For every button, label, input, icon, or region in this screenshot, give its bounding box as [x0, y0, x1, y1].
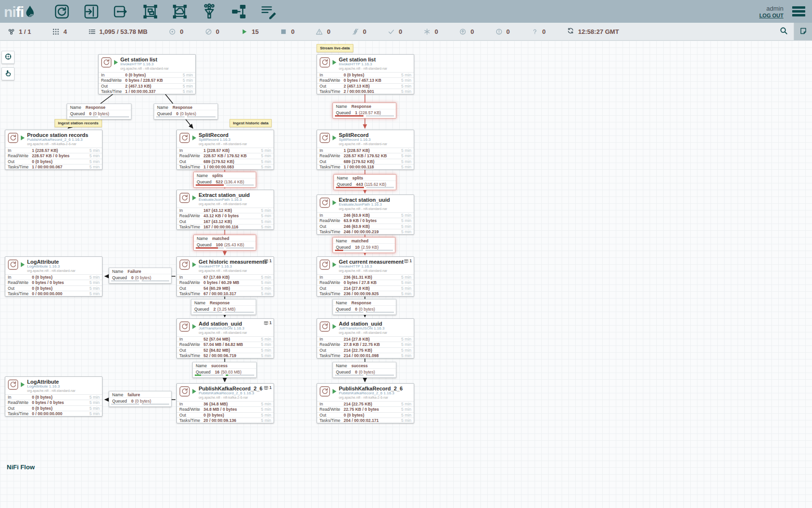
running-indicator-icon	[21, 260, 25, 269]
transmitting-icon	[169, 28, 176, 35]
hamburger-icon	[792, 6, 805, 9]
connection-label[interactable]: NamefailureQueued0(0 bytes)	[109, 391, 172, 407]
backpressure-bar	[225, 312, 254, 313]
queued-count: 10	[355, 245, 360, 250]
status-count: 4	[63, 28, 67, 35]
output-port-icon[interactable]	[112, 2, 130, 21]
stat-row: Read/Write57.04 MB / 84.82 MB5 min	[177, 342, 274, 347]
stat-row: In236 (61.31 KB)5 min	[317, 274, 414, 280]
bulletin-panel-button[interactable]	[794, 23, 812, 40]
processor-type-icon	[319, 386, 330, 397]
active-threads-badge: 1	[264, 320, 272, 325]
connection-label[interactable]: NamesplitsQueued522(136.4 KB)	[193, 172, 256, 188]
stat-row: Tasks/Time52 / 00:00:06.7195 min	[177, 353, 274, 358]
process-group-icon[interactable]	[141, 2, 160, 21]
remote-process-group-icon[interactable]	[171, 2, 189, 21]
backpressure-bar	[187, 116, 216, 118]
input-port-icon[interactable]	[82, 2, 101, 21]
processor-card[interactable]: SplitRecordSplitRecord 1.16.3org.apache.…	[317, 130, 414, 170]
stat-row: Tasks/Time204 / 00:00:02.1715 min	[317, 418, 414, 423]
stat-row: In1 (228.57 KB)5 min	[317, 148, 414, 153]
stat-row: Read/Write0 bytes / 228.57 KB5 min	[99, 77, 195, 83]
processor-bundle: org.apache.nifi - nifi-standard-nar	[199, 142, 247, 146]
sync-failure-icon	[531, 28, 538, 35]
refresh-status[interactable]: 12:58:27 GMT	[567, 27, 619, 36]
user-block: admin LOG OUT	[759, 4, 812, 19]
processor-type-icon	[319, 321, 330, 332]
running-indicator-icon	[333, 260, 336, 269]
status-sync-failure: 0	[531, 28, 546, 35]
processor-bundle: org.apache.nifi - nifi-standard-nar	[339, 269, 404, 273]
connection-label[interactable]: NameResponseQueued1(228.57 KB)	[333, 103, 396, 119]
stat-row: Tasks/Time1 / 00:00:00.3375 min	[99, 89, 195, 94]
stat-row: Read/Write0 bytes / 27.8 KB5 min	[317, 280, 414, 285]
stat-row: Read/Write63.9 KB / 0 bytes5 min	[317, 218, 414, 223]
status-running: 15	[241, 28, 259, 35]
template-icon[interactable]	[230, 2, 248, 21]
navigate-palette-button[interactable]	[1, 51, 14, 64]
processor-card[interactable]: Get historic measurementsInvokeHTTP 1.16…	[176, 256, 274, 297]
queued-count: 0	[355, 370, 358, 374]
label-icon[interactable]	[259, 2, 277, 21]
canvas-label[interactable]: Stream live-data	[317, 44, 353, 52]
processor-card[interactable]: Produce station recordsPublishKafkaRecor…	[5, 130, 102, 170]
connection-label[interactable]: NamesuccessQueued0(0 bytes)	[333, 362, 396, 378]
backpressure-bar	[335, 115, 363, 117]
connection-label[interactable]: NameResponseQueued0(0 bytes)	[333, 299, 396, 315]
processor-card[interactable]: Add station_uuidJoltTransformJSON 1.16.3…	[176, 318, 274, 359]
processor-card[interactable]: LogAttributeLogAttribute 1.16.3org.apach…	[5, 376, 102, 417]
processor-card[interactable]: LogAttributeLogAttribute 1.16.3org.apach…	[5, 256, 102, 297]
stat-row: Out689 (179.52 KB)5 min	[177, 159, 274, 164]
search-icon	[780, 27, 788, 36]
processor-bundle: org.apache.nifi - nifi-standard-nar	[339, 142, 387, 146]
stat-row: Tasks/Time214 / 00:00:01.0985 min	[317, 353, 414, 358]
flow-canvas[interactable]: NiFi Flow Stream live-dataIngest station…	[0, 41, 812, 508]
connection-label[interactable]: NamesplitsQueued443(115.62 KB)	[334, 174, 396, 190]
global-menu-button[interactable]	[791, 4, 806, 19]
connection-label[interactable]: NameResponseQueued0(0 bytes)	[154, 104, 218, 120]
operate-palette-button[interactable]	[1, 67, 14, 80]
connection-label[interactable]: NamematchedQueued100(25.43 KB)	[193, 235, 256, 251]
backpressure-bar	[193, 312, 222, 313]
canvas-label[interactable]: Ingest station records	[55, 119, 102, 127]
hand-pointer-icon	[4, 69, 12, 78]
canvas-label[interactable]: Ingest historic data	[230, 119, 272, 127]
processor-card[interactable]: Extract station_uuidEvaluateJsonPath 1.1…	[176, 190, 274, 230]
processor-card[interactable]: Get current measurementInvokeHTTP 1.16.3…	[317, 256, 414, 297]
refresh-icon[interactable]	[567, 27, 574, 36]
stat-row: Tasks/Time0 / 00:00:00.0005 min	[5, 291, 102, 296]
queued-size: (3.25 MB)	[217, 307, 235, 312]
logout-button[interactable]: LOG OUT	[759, 13, 783, 18]
status-items: 1 / 141,095 / 53.78 MB001500000000	[0, 28, 567, 35]
breadcrumb-root[interactable]: NiFi Flow	[7, 463, 35, 471]
search-button[interactable]	[773, 23, 794, 40]
processor-card[interactable]: SplitRecordSplitRecord 1.16.3org.apache.…	[176, 130, 274, 170]
connection-label[interactable]: NamematchedQueued10(2.59 KB)	[333, 237, 395, 253]
processor-card[interactable]: Add station_uuidJoltTransformJSON 1.16.3…	[317, 318, 414, 359]
stat-row: Read/Write34.8 MB / 0 bytes5 min	[177, 406, 274, 412]
processor-type-icon	[179, 193, 190, 203]
stat-row: Tasks/Time167 / 00:00:00.1165 min	[177, 224, 274, 229]
status-count: 0	[542, 28, 546, 35]
processor-card[interactable]: Get station listInvokeHTTP 1.16.3org.apa…	[98, 54, 196, 94]
note-icon	[799, 27, 807, 36]
connection-label[interactable]: NameResponseQueued2(3.25 MB)	[191, 299, 256, 315]
processor-type-icon	[179, 133, 190, 143]
processor-card[interactable]: Extract station_uuidEvaluateJsonPath 1.1…	[317, 194, 414, 235]
backpressure-bar	[336, 187, 364, 188]
connection-label[interactable]: NameResponseQueued0(0 bytes)	[67, 104, 131, 120]
connection-label[interactable]: NamesuccessQueued16(50.03 MB)	[192, 362, 257, 378]
processor-card[interactable]: PublishKafkaRecord_2_6PublishKafkaRecord…	[317, 383, 414, 423]
processor-type-icon	[319, 57, 330, 68]
funnel-icon[interactable]	[200, 2, 218, 21]
processor-card[interactable]: PublishKafkaRecord_2_6PublishKafkaRecord…	[176, 383, 274, 423]
active-threads-badge: 1	[404, 258, 412, 263]
stat-row: In36 (34.8 MB)5 min	[177, 401, 274, 406]
processor-card[interactable]: Get station listInvokeHTTP 1.16.3org.apa…	[317, 54, 414, 94]
processor-type: InvokeHTTP 1.16.3	[120, 62, 169, 67]
running-indicator-icon	[333, 387, 336, 396]
processor-icon[interactable]	[53, 2, 71, 21]
connection-label[interactable]: NameFailureQueued0(0 bytes)	[109, 268, 172, 284]
stat-row: In0 (0 bytes)5 min	[5, 274, 102, 280]
queued-size: (2.59 KB)	[361, 245, 378, 250]
